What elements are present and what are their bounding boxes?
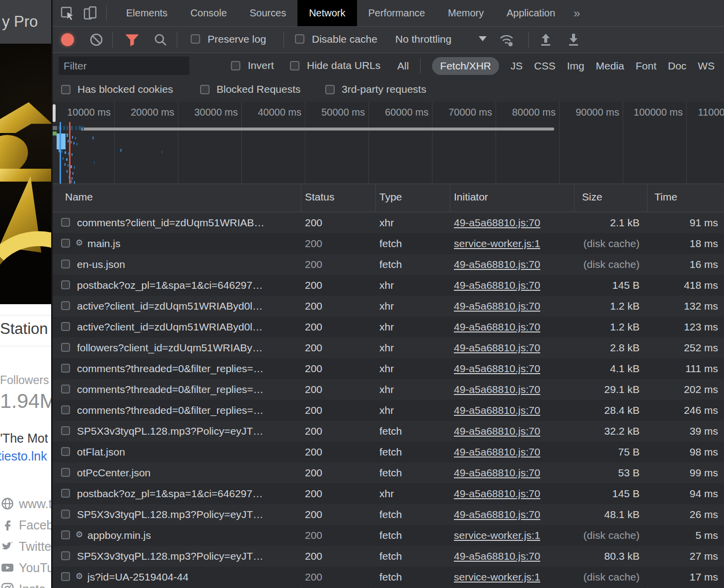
row-checkbox[interactable] [61,239,70,248]
row-checkbox[interactable] [61,468,70,477]
checkbox[interactable] [200,85,210,94]
request-name[interactable]: comments?threaded=0&filter_replies=… [77,363,264,375]
column-header-status[interactable]: Status [305,191,335,203]
column-header-initiator[interactable]: Initiator [454,191,488,203]
request-initiator-link[interactable]: 49-a5a68810.js:70 [454,217,540,229]
table-row[interactable]: comments?threaded=0&filter_replies=…200x… [53,379,724,400]
request-initiator-link[interactable]: 49-a5a68810.js:70 [454,321,540,333]
bio-link[interactable]: tiesto.lnk [0,449,47,463]
table-row[interactable]: comments?threaded=0&filter_replies=…200x… [53,400,724,421]
request-initiator-link[interactable]: 49-a5a68810.js:70 [454,259,540,270]
filter-type-doc[interactable]: Doc [668,60,686,72]
row-checkbox[interactable] [61,343,70,352]
social-link-item[interactable]: Twitte [0,538,51,559]
request-initiator-link[interactable]: 49-a5a68810.js:70 [454,467,540,479]
export-har-icon[interactable] [566,32,581,47]
table-row[interactable]: SP5X3v3tyqPL.128.mp3?Policy=eyJT…200fetc… [53,421,724,442]
row-checkbox[interactable] [61,322,70,331]
clear-icon[interactable] [89,33,103,47]
hide-data-urls-label[interactable]: Hide data URLs [307,60,380,71]
social-link-item[interactable]: Insta [0,581,51,588]
tab-memory[interactable]: Memory [436,0,495,26]
record-icon[interactable] [61,33,74,46]
social-link-label[interactable]: Insta [19,582,46,588]
request-initiator-link[interactable]: service-worker.js:1 [454,238,540,250]
social-link-label[interactable]: YouTu [19,561,51,575]
option-label[interactable]: Blocked Requests [217,83,300,95]
request-initiator-link[interactable]: 49-a5a68810.js:70 [454,279,540,291]
social-link-label[interactable]: www.t [19,497,51,511]
social-link-label[interactable]: Faceb [19,518,51,532]
table-row[interactable]: postback?oz_pl=1&spa=1&ci=646297…200xhr4… [53,275,724,296]
column-header-time[interactable]: Time [654,191,677,203]
tab-elements[interactable]: Elements [115,0,179,26]
filter-input[interactable] [59,57,189,75]
social-link-item[interactable]: www.t [0,495,51,517]
request-initiator-link[interactable]: 49-a5a68810.js:70 [454,300,540,312]
request-name[interactable]: postback?oz_pl=1&spa=1&ci=646297… [77,488,263,500]
filter-type-media[interactable]: Media [596,60,624,72]
network-overview-timeline[interactable]: 10000 ms20000 ms30000 ms40000 ms50000 ms… [53,102,724,184]
request-name[interactable]: comments?threaded=0&filter_replies=… [77,404,264,416]
device-toolbar-icon[interactable] [82,5,98,21]
table-row[interactable]: ⚙appboy.min.js200fetchservice-worker.js:… [53,525,724,546]
invert-checkbox[interactable] [231,61,240,70]
tab-network[interactable]: Network [297,0,357,26]
row-checkbox[interactable] [61,447,70,456]
table-row[interactable]: ⚙main.js200fetchservice-worker.js:1(disk… [53,233,724,254]
search-icon[interactable] [153,33,167,47]
row-checkbox[interactable] [61,510,70,519]
request-initiator-link[interactable]: service-worker.js:1 [454,529,540,541]
row-checkbox[interactable] [61,426,70,435]
filter-type-all[interactable]: All [397,60,409,72]
column-header-size[interactable]: Size [582,191,602,203]
request-name[interactable]: followers?client_id=zdUqm51WRIABy… [77,342,263,354]
row-checkbox[interactable] [61,364,70,373]
station-button[interactable]: Station [0,320,48,338]
row-checkbox[interactable] [61,301,70,310]
request-initiator-link[interactable]: 49-a5a68810.js:70 [454,446,540,458]
tab-performance[interactable]: Performance [357,0,437,26]
request-name[interactable]: js?id=UA-2519404-44 [87,571,189,583]
hide-data-urls-checkbox[interactable] [290,61,299,70]
filter-type-fetch-xhr[interactable]: Fetch/XHR [432,57,499,75]
request-name[interactable]: comments?client_id=zdUqm51WRIAB… [77,217,265,229]
column-header-name[interactable]: Name [65,191,93,203]
table-row[interactable]: otFlat.json200fetch49-a5a68810.js:7075 B… [53,442,724,462]
request-name[interactable]: comments?threaded=0&filter_replies=… [77,384,264,395]
throttling-select[interactable]: No throttling [395,33,451,45]
request-name[interactable]: active?client_id=zdUqm51WRIAByd0l… [77,300,263,312]
request-name[interactable]: SP5X3v3tyqPL.128.mp3?Policy=eyJT… [77,509,263,521]
table-row[interactable]: ⚙js?id=UA-2519404-44200fetchservice-work… [53,567,724,588]
table-row[interactable]: active?client_id=zdUqm51WRIAByd0l…200xhr… [53,296,724,317]
request-name[interactable]: appboy.min.js [87,529,151,541]
request-initiator-link[interactable]: 49-a5a68810.js:70 [454,404,540,416]
row-checkbox[interactable] [61,530,70,539]
disable-cache-checkbox[interactable] [295,34,304,44]
request-name[interactable]: otPcCenter.json [77,467,150,479]
tab-sources[interactable]: Sources [238,0,297,26]
column-header-type[interactable]: Type [379,191,402,203]
row-checkbox[interactable] [61,280,70,289]
table-row[interactable]: en-us.json200fetch49-a5a68810.js:70(disk… [53,254,724,275]
request-name[interactable]: main.js [87,238,121,250]
row-checkbox[interactable] [61,572,70,581]
checkbox[interactable] [61,85,71,94]
row-checkbox[interactable] [61,218,70,227]
checkbox[interactable] [325,85,335,94]
request-initiator-link[interactable]: 49-a5a68810.js:70 [454,509,540,521]
filter-type-css[interactable]: CSS [534,60,556,72]
social-link-item[interactable]: Faceb [0,517,51,538]
request-name[interactable]: postback?oz_pl=1&spa=1&ci=646297… [77,279,263,291]
request-name[interactable]: SP5X3v3tyqPL.128.mp3?Policy=eyJT… [77,425,263,437]
filter-type-ws[interactable]: WS [698,60,715,72]
disable-cache-label[interactable]: Disable cache [312,33,377,45]
table-row[interactable]: postback?oz_pl=1&spa=1&ci=646297…200xhr4… [53,483,724,504]
option-label[interactable]: Has blocked cookies [77,83,173,95]
request-initiator-link[interactable]: 49-a5a68810.js:70 [454,384,540,395]
row-checkbox[interactable] [61,489,70,498]
inspect-element-icon[interactable] [60,5,75,21]
row-checkbox[interactable] [61,260,70,268]
request-initiator-link[interactable]: 49-a5a68810.js:70 [454,425,540,437]
social-link-label[interactable]: Twitte [19,539,51,554]
